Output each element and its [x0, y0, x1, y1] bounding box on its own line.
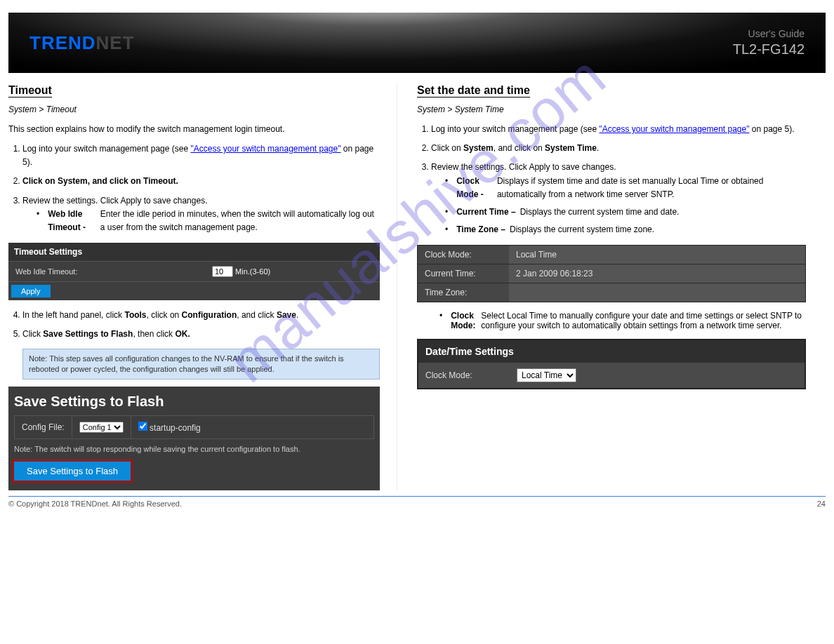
flash-title: Save Settings to Flash: [14, 394, 374, 410]
intro-text: This section explains how to modify the …: [8, 123, 380, 135]
dt-clock-mode-label: Clock Mode:: [425, 370, 517, 380]
copyright: © Copyright 2018 TRENDnet. All Rights Re…: [8, 499, 182, 508]
section-title-date: Set the date and time: [417, 84, 530, 98]
steps-right: Log into your switch management page (se…: [431, 123, 806, 236]
link-access-mgmt-2[interactable]: "Access your switch management page": [599, 124, 749, 134]
nav-path-right: System > System Time: [417, 105, 806, 114]
dt-header: Date/Time Settings: [418, 340, 805, 363]
note-box: Note: This step saves all configuration …: [22, 349, 380, 380]
top-banner: TRENDNET User's Guide TL2-FG142: [8, 13, 826, 73]
flash-note: Note: The switch will stop responding wh…: [14, 445, 374, 453]
flash-config-label: Config File:: [15, 417, 72, 438]
steps-left-b: In the left hand panel, click Tools, cli…: [22, 309, 380, 380]
left-column: Timeout System > Timeout This section ex…: [8, 83, 397, 490]
nav-path: System > Timeout: [8, 105, 380, 114]
flash-config-select[interactable]: Config 1: [79, 422, 124, 433]
clock-mode-select[interactable]: Local Time: [517, 368, 576, 382]
timeout-panel: Timeout Settings Web Idle Timeout: Min.(…: [8, 243, 380, 300]
save-settings-button[interactable]: Save Settings to Flash: [14, 462, 131, 481]
timeout-input[interactable]: [212, 266, 233, 277]
page-number: 24: [817, 499, 826, 508]
date-time-panel: Date/Time Settings Clock Mode: Local Tim…: [417, 339, 806, 389]
brand: TRENDNET: [29, 32, 135, 54]
timeout-panel-title: Timeout Settings: [8, 243, 380, 261]
timeout-label: Web Idle Timeout:: [8, 263, 205, 280]
apply-button[interactable]: Apply: [11, 285, 51, 297]
flash-panel: Save Settings to Flash Config File: Conf…: [8, 387, 380, 490]
footer: © Copyright 2018 TRENDnet. All Rights Re…: [8, 496, 826, 508]
clock-info-table: Clock Mode:Local Time Current Time:2 Jan…: [417, 245, 806, 302]
banner-right: User's Guide TL2-FG142: [733, 27, 805, 58]
right-column: Set the date and time System > System Ti…: [417, 83, 806, 490]
section-title-timeout: Timeout: [8, 84, 52, 98]
startup-config-check[interactable]: startup-config: [138, 423, 201, 433]
steps-left: Log into your switch management page (se…: [22, 142, 380, 234]
link-access-mgmt[interactable]: "Access your switch management page": [190, 144, 340, 154]
